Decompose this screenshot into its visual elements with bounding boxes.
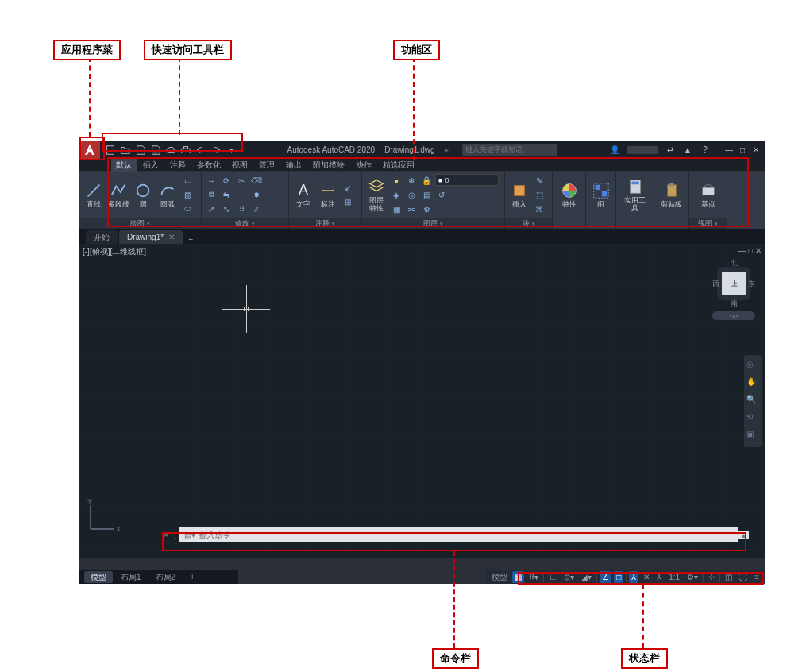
undo-icon[interactable] xyxy=(195,145,206,156)
layout-tab-1[interactable]: 布局1 xyxy=(114,571,148,583)
redo-icon[interactable] xyxy=(210,145,222,156)
nav-zoom-icon[interactable]: 🔍 xyxy=(746,395,759,407)
open-icon[interactable] xyxy=(120,145,131,156)
panel-title-annot[interactable]: 注释 xyxy=(289,218,361,229)
group-button[interactable]: 组 xyxy=(590,182,612,208)
ribbon-tab-annotate[interactable]: 注释 xyxy=(165,159,191,172)
app-menu-button[interactable] xyxy=(79,141,100,159)
minimize-button[interactable]: — xyxy=(723,145,735,155)
vp-min-icon[interactable]: — xyxy=(738,246,746,255)
arc-button[interactable]: 圆弧 xyxy=(156,182,179,208)
explode-icon[interactable]: ✸ xyxy=(250,188,263,201)
help-search-input[interactable]: 键入关键字或短语 xyxy=(462,144,557,156)
layer-off-icon[interactable]: ◎ xyxy=(405,188,418,201)
layer-walk-icon[interactable]: ▦ xyxy=(390,203,403,215)
block-create-icon[interactable]: ✎ xyxy=(533,174,546,187)
nav-orbit-icon[interactable]: ⟲ xyxy=(746,412,759,425)
rotate-icon[interactable]: ⟳ xyxy=(220,174,233,187)
panel-title-view[interactable]: 视图 xyxy=(689,218,727,229)
leader-icon[interactable]: ↙ xyxy=(341,181,354,194)
layer-match-icon[interactable]: ▤ xyxy=(420,188,433,201)
scale-icon[interactable]: ⤡ xyxy=(220,203,233,215)
status-grid-icon[interactable]: ▦ xyxy=(512,571,524,583)
status-osnap-icon[interactable]: ∠ xyxy=(600,571,611,583)
viewcube[interactable]: 北 西 上 东 南 ▾▴▾ xyxy=(712,258,755,314)
ribbon-tab-parametric[interactable]: 参数化 xyxy=(192,159,226,172)
status-gear-icon[interactable]: ⚙▾ xyxy=(685,571,700,583)
layout-tab-add[interactable]: + xyxy=(183,571,201,583)
layer-iso-icon[interactable]: ◈ xyxy=(390,188,403,201)
cmd-recent-icon[interactable]: ▤▾ xyxy=(184,531,195,539)
user-name[interactable] xyxy=(627,146,658,154)
layer-props-button[interactable]: 图层 特性 xyxy=(365,178,388,212)
cmd-close-button[interactable]: ✕ xyxy=(160,531,172,539)
dim-button[interactable]: 标注 xyxy=(317,182,339,208)
nav-showmotion-icon[interactable]: ▣ xyxy=(746,430,759,442)
panel-title-draw[interactable]: 绘图 xyxy=(79,218,201,229)
status-polar-icon[interactable]: ⊙▾ xyxy=(561,571,577,583)
panel-title-layers[interactable]: 图层 xyxy=(362,218,504,229)
ellipse-icon[interactable]: ⬭ xyxy=(181,203,194,215)
layout-tab-2[interactable]: 布局2 xyxy=(149,571,183,583)
vp-max-icon[interactable]: □ xyxy=(748,246,753,255)
plot-icon[interactable] xyxy=(180,145,191,156)
utilities-button[interactable]: 实用工具 xyxy=(624,178,646,212)
cmd-expand-button[interactable]: ▴ xyxy=(738,531,749,539)
a360-icon[interactable]: ▲ xyxy=(682,145,693,156)
fillet-icon[interactable]: ⌒ xyxy=(235,188,248,201)
ribbon-tab-output[interactable]: 输出 xyxy=(281,159,307,172)
block-insert-button[interactable]: 插入 xyxy=(508,182,530,208)
cloud-icon[interactable] xyxy=(165,145,176,156)
nav-wheel-icon[interactable]: ◎ xyxy=(746,360,759,373)
hatch-icon[interactable]: ▨ xyxy=(181,188,194,201)
circle-button[interactable]: 圆 xyxy=(132,182,154,208)
panel-title-block[interactable]: 块 xyxy=(505,218,552,229)
status-otrack-icon[interactable]: □ xyxy=(614,571,623,583)
nav-pan-icon[interactable]: ✋ xyxy=(746,377,759,390)
polyline-button[interactable]: 多段线 xyxy=(107,182,129,208)
command-input[interactable] xyxy=(199,531,733,539)
array-icon[interactable]: ⠿ xyxy=(235,203,248,215)
new-icon[interactable] xyxy=(105,145,116,156)
status-isolate-icon[interactable]: ◫ xyxy=(723,571,735,583)
file-tab-start[interactable]: 开始 xyxy=(86,230,118,244)
status-transparency-icon[interactable]: ✕ xyxy=(641,571,652,583)
signin-icon[interactable]: 👤 xyxy=(609,145,620,156)
maximize-button[interactable]: □ xyxy=(737,145,748,155)
ribbon-tab-default[interactable]: 默认 xyxy=(111,159,137,172)
ribbon-tab-addins[interactable]: 附加模块 xyxy=(308,159,349,172)
layer-combo[interactable]: ■0 xyxy=(435,174,499,186)
drawing-area[interactable]: [-][俯视][二维线框] — □ ✕ 北 西 上 东 南 ▾▴▾ ◎ ✋ 🔍 … xyxy=(79,244,765,558)
saveas-icon[interactable] xyxy=(150,145,161,156)
cmd-handle-icon[interactable]: ⋮ xyxy=(172,531,179,539)
status-scale-label[interactable]: 1:1 xyxy=(666,571,682,583)
status-modelspace[interactable]: 模型 xyxy=(489,571,510,583)
exchange-icon[interactable]: ⇄ xyxy=(665,145,676,156)
clipboard-button[interactable]: 剪贴板 xyxy=(661,182,683,208)
mirror-icon[interactable]: ⇋ xyxy=(220,188,233,201)
status-ortho-icon[interactable]: ∟ xyxy=(546,571,559,583)
layer-lock-icon[interactable]: 🔒 xyxy=(420,174,433,187)
status-isodraft-icon[interactable]: ◢▾ xyxy=(579,571,594,583)
status-lwt-icon[interactable]: ⅄ xyxy=(629,571,638,583)
save-icon[interactable] xyxy=(135,145,146,156)
layer-state-icon[interactable]: ⚙ xyxy=(420,203,433,215)
erase-icon[interactable]: ⌫ xyxy=(250,174,263,187)
layer-on-icon[interactable]: ● xyxy=(390,174,403,187)
table-icon[interactable]: ⊞ xyxy=(341,195,354,208)
move-icon[interactable]: ↔ xyxy=(205,174,218,187)
status-snapmode-icon[interactable]: ⠿▾ xyxy=(526,571,541,583)
status-fullscreen-icon[interactable]: ✢ xyxy=(706,571,717,583)
copy-icon[interactable]: ⧉ xyxy=(205,188,218,201)
properties-button[interactable]: 特性 xyxy=(558,182,580,208)
viewcube-top[interactable]: 上 xyxy=(722,272,746,295)
block-attr-icon[interactable]: ⌘ xyxy=(533,203,546,215)
ribbon-tab-insert[interactable]: 插入 xyxy=(138,159,164,172)
status-menu-icon[interactable]: ≡ xyxy=(752,571,762,583)
ribbon-tab-collab[interactable]: 协作 xyxy=(351,159,376,172)
file-tab-new-button[interactable]: + xyxy=(184,235,197,244)
panel-title-modify[interactable]: 修改 xyxy=(202,218,288,229)
file-tab-close-icon[interactable]: ✕ xyxy=(168,233,175,241)
vp-close-icon[interactable]: ✕ xyxy=(755,246,762,255)
layer-freeze-icon[interactable]: ❄ xyxy=(405,174,418,187)
